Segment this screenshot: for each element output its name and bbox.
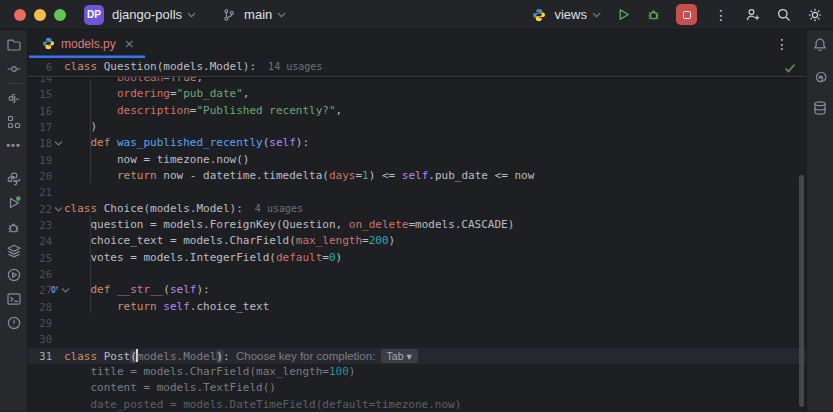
- chevron-down-icon: [277, 12, 286, 18]
- titlebar: DP django-polls main views ⋮: [0, 0, 833, 30]
- code-line[interactable]: 19 now = timezone.now(): [28, 152, 806, 168]
- project-folder-icon[interactable]: [0, 35, 28, 55]
- debug-bug-icon[interactable]: [646, 7, 661, 22]
- code-line[interactable]: 23 question = models.ForeignKey(Question…: [28, 217, 806, 233]
- left-toolwindow-bar: dj▪▪ •••: [0, 30, 28, 411]
- notifications-bell-icon[interactable]: [806, 35, 833, 55]
- code-line[interactable]: 15 ordering="pub_date",: [28, 86, 806, 102]
- terminal-icon[interactable]: [0, 289, 28, 309]
- fold-chevron-icon[interactable]: [54, 140, 63, 147]
- python-file-icon: [42, 37, 55, 50]
- completion-tab-key-chip[interactable]: Tab ▾: [381, 349, 418, 363]
- structure-icon[interactable]: [0, 112, 28, 132]
- close-icon[interactable]: ×: [124, 36, 135, 51]
- override-icon[interactable]: O↑: [51, 283, 60, 299]
- project-name: django-polls: [112, 7, 182, 22]
- code-line[interactable]: title = models.CharField(max_length=100): [28, 364, 806, 380]
- code-line[interactable]: 29: [28, 315, 806, 331]
- stop-button[interactable]: [676, 4, 697, 25]
- code-editor[interactable]: 14 boolean=True,15 ordering="pub_date",1…: [28, 58, 806, 411]
- code-line[interactable]: 20 return now - datetime.timedelta(days=…: [28, 168, 806, 184]
- indent-guide: [90, 216, 91, 313]
- run-icon[interactable]: [0, 193, 28, 213]
- code-line[interactable]: 31class Post(models.Model): Choose key f…: [28, 348, 806, 364]
- services-layers-icon[interactable]: [0, 241, 28, 261]
- sticky-header[interactable]: 6class Question(models.Model): 14 usages: [28, 58, 806, 77]
- code-lines: 14 boolean=True,15 ordering="pub_date",1…: [28, 70, 806, 411]
- git-branch-icon: [222, 8, 236, 22]
- stripe-divider: [6, 83, 22, 84]
- code-line[interactable]: 17 ): [28, 119, 806, 135]
- code-line[interactable]: 21: [28, 184, 806, 200]
- tab-filename: models.py: [61, 37, 116, 51]
- commit-icon[interactable]: [0, 59, 28, 79]
- vcs-branch-widget[interactable]: main: [222, 7, 286, 22]
- problems-icon[interactable]: [0, 313, 28, 333]
- fold-chevron-icon[interactable]: [61, 287, 70, 294]
- pycharm-window: DP django-polls main views ⋮: [0, 0, 833, 412]
- inspections-ok-check-icon[interactable]: [784, 63, 796, 74]
- code-with-me-icon[interactable]: [745, 7, 761, 23]
- code-line[interactable]: 30: [28, 331, 806, 347]
- code-line[interactable]: 22class Choice(models.Model): 4 usages: [28, 201, 806, 217]
- indent-guide: [90, 77, 91, 182]
- settings-gear-icon[interactable]: [807, 7, 823, 23]
- code-line[interactable]: 28 return self.choice_text: [28, 299, 806, 315]
- stop-square-icon: [683, 11, 691, 19]
- run-config-name: views: [554, 7, 587, 22]
- code-line[interactable]: 27O↑ def __str__(self):: [28, 282, 806, 298]
- code-line[interactable]: 25 votes = models.IntegerField(default=0…: [28, 250, 806, 266]
- python-logo-icon: [532, 8, 546, 22]
- close-window-button[interactable]: [14, 9, 26, 21]
- project-badge: DP: [84, 5, 104, 25]
- fold-chevron-icon[interactable]: [54, 206, 63, 213]
- ai-assistant-icon[interactable]: [806, 67, 833, 87]
- project-widget[interactable]: DP django-polls: [84, 5, 196, 25]
- code-line[interactable]: content = models.TextField(): [28, 380, 806, 396]
- debug-icon[interactable]: [0, 217, 28, 237]
- code-line[interactable]: date_posted = models.DateTimeField(defau…: [28, 397, 806, 411]
- more-tools-icon[interactable]: •••: [0, 135, 28, 155]
- zoom-window-button[interactable]: [54, 9, 66, 21]
- code-line[interactable]: 18 def was_published_recently(self):: [28, 135, 806, 151]
- database-icon[interactable]: [806, 98, 833, 118]
- code-line[interactable]: 24 choice_text = models.CharField(max_le…: [28, 233, 806, 249]
- more-vertical-icon[interactable]: ⋮: [773, 36, 791, 52]
- right-toolwindow-bar: [806, 30, 833, 411]
- more-vertical-icon[interactable]: ⋮: [712, 7, 730, 23]
- code-line[interactable]: 16 description="Published recently?",: [28, 103, 806, 119]
- tab-models-py[interactable]: models.py ×: [29, 30, 145, 58]
- python-console-icon[interactable]: [0, 265, 28, 285]
- code-line[interactable]: 6class Question(models.Model): 14 usages: [28, 58, 806, 76]
- search-icon[interactable]: [776, 7, 792, 23]
- run-play-icon[interactable]: [616, 7, 631, 22]
- django-structure-icon[interactable]: dj▪▪: [0, 88, 28, 108]
- chevron-down-icon: [187, 12, 196, 18]
- window-controls: [14, 9, 66, 21]
- editor-tab-bar: models.py × ⋮: [28, 30, 806, 58]
- run-config-selector[interactable]: views: [532, 7, 601, 22]
- code-line[interactable]: 26: [28, 266, 806, 282]
- python-packages-icon[interactable]: [0, 169, 28, 189]
- editor-scrollbar[interactable]: [799, 175, 804, 407]
- sticky-lines: 6class Question(models.Model): 14 usages: [28, 58, 806, 76]
- branch-name: main: [244, 7, 272, 22]
- minimize-window-button[interactable]: [34, 9, 46, 21]
- chevron-down-icon: [592, 12, 601, 18]
